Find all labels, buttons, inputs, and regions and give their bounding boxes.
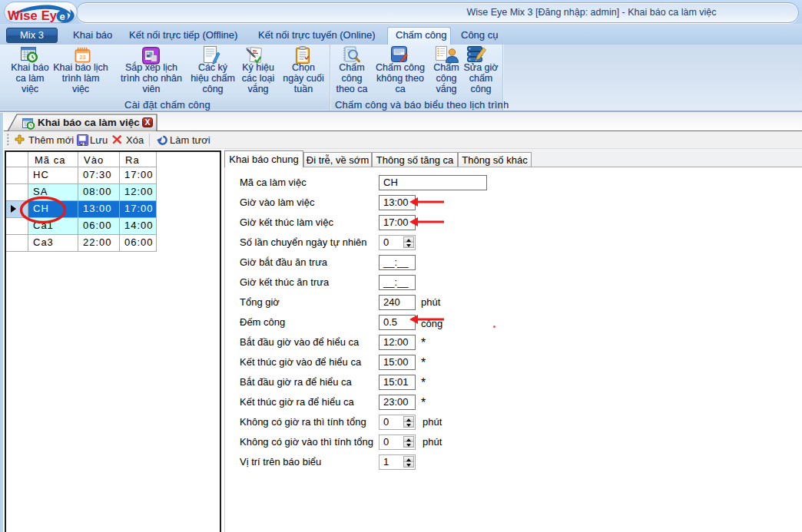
svg-text:Wise Ey: Wise Ey	[8, 8, 58, 22]
svg-text:23: 23	[79, 54, 86, 61]
svg-text:e: e	[60, 11, 65, 22]
